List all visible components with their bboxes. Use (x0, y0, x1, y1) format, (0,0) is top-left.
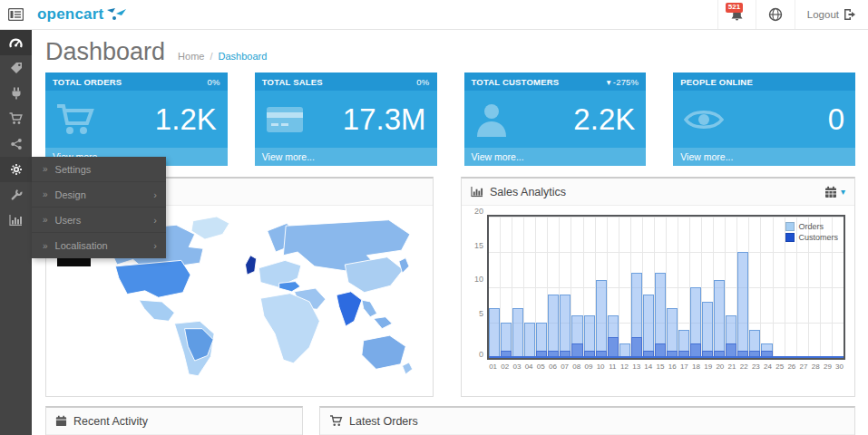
submenu-item-design[interactable]: »Design› (32, 182, 166, 208)
sales-analytics-chart: 20151050 OrdersCustomers 010203040506070… (462, 206, 854, 396)
chart-bar-group-12 (619, 217, 631, 358)
tile-change: 0% (208, 77, 220, 87)
submenu-item-settings[interactable]: »Settings (32, 157, 166, 182)
x-tick-label: 19 (702, 362, 714, 371)
y-tick-label: 5 (479, 309, 483, 318)
tile-body: 0 (673, 91, 855, 148)
sidebar-item-marketing[interactable] (0, 131, 32, 157)
chart-bar-group-19 (702, 217, 714, 358)
chart-bar-group-13 (631, 217, 643, 358)
x-tick-label: 16 (667, 362, 678, 371)
chart-bar-group-21 (726, 217, 737, 358)
hamburger-icon (8, 8, 24, 21)
legend-item-orders: Orders (785, 222, 838, 231)
x-tick-label: 12 (619, 362, 630, 371)
calendar-icon (55, 415, 67, 427)
chart-bar-group-23 (749, 217, 761, 358)
chart-bar-group-07 (560, 217, 571, 358)
sidebar-item-catalog[interactable] (0, 55, 32, 81)
user-icon (475, 102, 508, 137)
y-tick-label: 10 (474, 275, 483, 284)
chevron-right-icon: › (153, 189, 157, 200)
tile-body: 1.2K (45, 91, 228, 148)
chart-legend: OrdersCustomers (785, 222, 838, 244)
credit-card-icon (266, 106, 304, 133)
sidebar-item-sales[interactable] (0, 106, 32, 131)
logout-button[interactable]: Logout (795, 0, 868, 29)
chart-header-icon (471, 186, 483, 198)
x-tick-label: 06 (547, 362, 559, 371)
caret-down-icon: ▾ (841, 187, 845, 197)
submenu-item-localisation[interactable]: »Localisation› (32, 233, 166, 258)
legend-swatch (785, 222, 795, 231)
breadcrumb-current-link[interactable]: Dashboard (219, 51, 268, 62)
tile-header: TOTAL SALES0% (255, 72, 437, 91)
x-tick-label: 17 (678, 362, 690, 371)
recent-activity-panel: Recent Activity (45, 406, 303, 435)
chart-bar-group-02 (501, 217, 512, 358)
chart-bar-group-17 (678, 217, 690, 358)
x-tick-label: 09 (582, 362, 594, 371)
bar-chart-icon (9, 214, 23, 227)
tile-body: 17.3M (255, 91, 437, 148)
y-tick-label: 0 (479, 350, 483, 359)
sidebar (0, 30, 32, 435)
eye-icon (684, 107, 724, 132)
view-more-link[interactable]: View more... (464, 148, 647, 166)
legend-label: Customers (798, 233, 838, 242)
stat-tile-total-customers: TOTAL CUSTOMERS▾ -275%2.2KView more... (464, 72, 647, 166)
chart-bar-group-10 (596, 217, 608, 358)
tile-header: TOTAL CUSTOMERS▾ -275% (464, 72, 647, 91)
stat-tiles: TOTAL ORDERS0%1.2KView more...TOTAL SALE… (45, 72, 855, 166)
chart-plot-area: OrdersCustomers (487, 215, 845, 360)
sidebar-item-reports[interactable] (0, 208, 32, 233)
stat-tile-people-online: PEOPLE ONLINE0View more... (673, 72, 855, 166)
view-more-link[interactable]: View more... (255, 148, 437, 166)
menu-toggle-button[interactable] (0, 0, 32, 29)
chart-bar-group-14 (643, 217, 655, 358)
language-button[interactable] (756, 0, 795, 29)
x-tick-label: 20 (714, 362, 726, 371)
chart-bar-group-04 (524, 217, 536, 358)
sidebar-item-extensions[interactable] (0, 81, 32, 106)
x-tick-label: 23 (750, 362, 762, 371)
sidebar-item-system[interactable] (0, 157, 32, 182)
chart-y-axis: 20151050 (467, 210, 483, 355)
x-tick-label: 14 (642, 362, 654, 371)
tile-change: 0% (416, 77, 429, 87)
submenu-shadow (57, 258, 91, 266)
gear-icon (10, 163, 23, 176)
legend-swatch (785, 233, 795, 242)
x-tick-label: 01 (487, 362, 499, 371)
legend-label: Orders (798, 222, 824, 231)
x-tick-label: 10 (595, 362, 607, 371)
brand-text: opencart (37, 5, 103, 24)
submenu-item-users[interactable]: »Users› (32, 208, 166, 233)
date-range-button[interactable]: ▾ (824, 186, 845, 198)
latest-orders-title: Latest Orders (349, 415, 418, 428)
x-tick-label: 22 (738, 362, 750, 371)
cart-icon (56, 103, 96, 136)
tile-header: TOTAL ORDERS0% (45, 72, 228, 91)
view-more-link[interactable]: View more... (673, 148, 855, 166)
notifications-button[interactable]: 521 (717, 0, 756, 29)
x-tick-label: 21 (726, 362, 737, 371)
chart-bar-group-05 (536, 217, 548, 358)
sidebar-item-dashboard[interactable] (0, 30, 32, 55)
opencart-logo[interactable]: opencart (32, 0, 127, 29)
submenu-item-label: Localisation (55, 240, 108, 251)
tile-header: PEOPLE ONLINE (673, 72, 855, 91)
chevron-right-icon: › (153, 215, 157, 226)
submenu-item-label: Users (55, 215, 82, 226)
x-tick-label: 02 (499, 362, 511, 371)
chart-bar-group-11 (608, 217, 619, 358)
chart-x-axis: 0102030405060708091011121314151617181920… (487, 362, 845, 371)
x-tick-label: 11 (607, 362, 619, 371)
sidebar-item-tools[interactable] (0, 182, 32, 208)
x-tick-label: 13 (630, 362, 642, 371)
breadcrumb-home-link[interactable]: Home (178, 51, 204, 62)
double-chevron-icon: » (43, 215, 48, 225)
chart-zero-line (489, 356, 844, 358)
plug-icon (10, 87, 23, 100)
chart-bar-group-18 (690, 217, 702, 358)
